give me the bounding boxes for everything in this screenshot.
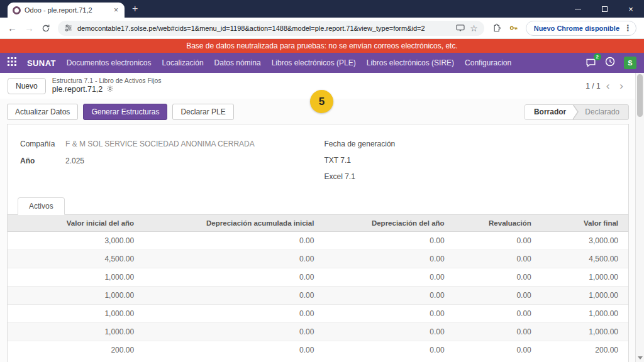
cell: 0.00 bbox=[324, 250, 454, 268]
tab-activos[interactable]: Activos bbox=[18, 197, 65, 215]
odoo-navbar: SUNAT Documentos electronicos Localizaci… bbox=[0, 53, 644, 73]
cell: 4,500.00 bbox=[8, 250, 144, 268]
password-key-icon[interactable] bbox=[509, 23, 518, 33]
pager-previous-icon[interactable]: ‹ bbox=[602, 80, 614, 91]
col-header-valor-final[interactable]: Valor final bbox=[541, 215, 628, 232]
cell: 0.00 bbox=[144, 268, 324, 287]
apps-grid-icon[interactable] bbox=[8, 57, 16, 69]
cell: 0.00 bbox=[144, 232, 324, 250]
breadcrumb-record-name: ple.report.71,2 bbox=[52, 85, 103, 95]
company-label: Compañía bbox=[20, 140, 65, 148]
cell: 1,000.00 bbox=[8, 305, 144, 323]
declarar-ple-button[interactable]: Declarar PLE bbox=[172, 104, 233, 120]
cell: 0.00 bbox=[324, 341, 454, 359]
scrollbar-down-arrow-icon[interactable] bbox=[636, 356, 644, 359]
cell: 3,000.00 bbox=[8, 232, 144, 250]
table-row[interactable]: 3,000.00 0.00 0.00 0.00 3,000.00 bbox=[8, 232, 628, 250]
cell: 0.00 bbox=[324, 232, 454, 250]
tab-title: Odoo - ple.report.71,2 bbox=[25, 6, 109, 14]
breadcrumb-parent-link[interactable]: Estructura 7.1 - Libro de Activos Fijos bbox=[52, 77, 162, 85]
nav-item-localizacion[interactable]: Localización bbox=[162, 58, 204, 67]
year-field[interactable]: 2.025 bbox=[65, 156, 84, 165]
table-row[interactable]: 1,000.00 0.00 0.00 0.00 1,000.00 bbox=[8, 323, 628, 341]
window-minimize-button[interactable] bbox=[565, 0, 591, 18]
chrome-update-button[interactable]: Nuevo Chrome disponible ⋮ bbox=[526, 21, 636, 36]
banner-text: Base de datos neutralizada para pruebas:… bbox=[186, 41, 458, 50]
bookmark-star-icon[interactable]: ☆ bbox=[470, 24, 478, 33]
odoo-favicon-icon bbox=[13, 6, 21, 14]
col-header-valor-inicial[interactable]: Valor inicial del año bbox=[8, 215, 144, 232]
cell: 0.00 bbox=[324, 287, 454, 305]
extensions-puzzle-icon[interactable] bbox=[492, 23, 501, 33]
step-annotation: 5 bbox=[310, 90, 333, 113]
actualizar-datos-button[interactable]: Actualizar Datos bbox=[7, 104, 78, 120]
table-row[interactable]: 200.00 0.00 0.00 0.00 200.00 bbox=[8, 341, 628, 359]
cell: 0.00 bbox=[324, 268, 454, 287]
nav-item-libros-ple[interactable]: Libros electrónicos (PLE) bbox=[272, 58, 356, 67]
nav-item-documentos-electronicos[interactable]: Documentos electronicos bbox=[67, 58, 152, 67]
app-brand[interactable]: SUNAT bbox=[27, 58, 56, 68]
nav-item-configuracion[interactable]: Configuracion bbox=[465, 58, 511, 67]
table-row[interactable]: 1,000.00 0.00 0.00 0.00 1,000.00 bbox=[8, 268, 628, 287]
col-header-dep-ano[interactable]: Depreciación del año bbox=[324, 215, 454, 232]
col-header-revaluacion[interactable]: Revaluación bbox=[455, 215, 541, 232]
user-avatar[interactable]: S bbox=[624, 57, 636, 69]
browser-menu-icon[interactable]: ⋮ bbox=[624, 23, 632, 33]
company-field[interactable]: F & M SOL SERVICE SOCIEDAD ANONIMA CERRA… bbox=[65, 140, 255, 148]
nav-item-datos-nomina[interactable]: Datos nómina bbox=[214, 58, 261, 67]
cell: 0.00 bbox=[144, 341, 324, 359]
main-content: Nuevo Estructura 7.1 - Libro de Activos … bbox=[0, 73, 635, 362]
cell: 1,000.00 bbox=[8, 268, 144, 287]
cell: 0.00 bbox=[144, 323, 324, 341]
vertical-scrollbar[interactable] bbox=[635, 73, 644, 362]
cell: 0.00 bbox=[455, 232, 541, 250]
pager-next-icon[interactable]: › bbox=[615, 80, 628, 91]
cell: 4,500.00 bbox=[541, 250, 628, 268]
table-row[interactable]: 1,000.00 0.00 0.00 0.00 1,000.00 bbox=[8, 287, 628, 305]
table-row[interactable]: 4,500.00 0.00 0.00 0.00 4,500.00 bbox=[8, 250, 628, 268]
url-text[interactable]: democontable17.solse.pe/web#cids=1&menu_… bbox=[77, 25, 451, 32]
year-label: Año bbox=[20, 156, 65, 165]
cast-icon[interactable] bbox=[456, 25, 465, 32]
assets-table: Valor inicial del año Depreciación acumu… bbox=[8, 215, 628, 359]
col-header-dep-acumulada[interactable]: Depreciación acumulada inicial bbox=[144, 215, 324, 232]
pager-value[interactable]: 1 / 1 bbox=[586, 82, 600, 90]
window-restore-button[interactable] bbox=[591, 0, 618, 18]
new-record-button[interactable]: Nuevo bbox=[8, 78, 46, 94]
generation-date-label: Fecha de generación bbox=[325, 140, 396, 148]
actions-gear-icon[interactable] bbox=[106, 85, 114, 96]
cell: 1,000.00 bbox=[541, 268, 628, 287]
table-row[interactable]: 1,000.00 0.00 0.00 0.00 1,000.00 bbox=[8, 305, 628, 323]
neutralized-db-banner: Base de datos neutralizada para pruebas:… bbox=[0, 39, 644, 53]
scrollbar-thumb[interactable] bbox=[637, 74, 643, 117]
activities-clock-icon[interactable] bbox=[605, 57, 615, 69]
url-bar[interactable]: democontable17.solse.pe/web#cids=1&menu_… bbox=[58, 21, 484, 36]
window-close-button[interactable]: × bbox=[618, 0, 644, 18]
cell: 0.00 bbox=[144, 305, 324, 323]
form-sheet: Compañía F & M SOL SERVICE SOCIEDAD ANON… bbox=[7, 124, 629, 362]
cell: 200.00 bbox=[8, 341, 144, 359]
status-stage-borrador[interactable]: Borrador bbox=[525, 105, 572, 119]
new-tab-button[interactable]: + bbox=[132, 4, 138, 14]
back-icon[interactable]: ← bbox=[8, 23, 17, 33]
cell: 0.00 bbox=[455, 305, 541, 323]
cell: 1,000.00 bbox=[541, 287, 628, 305]
status-stage-declarado[interactable]: Declarado bbox=[572, 105, 628, 119]
cell: 0.00 bbox=[455, 323, 541, 341]
form-left-group: Compañía F & M SOL SERVICE SOCIEDAD ANON… bbox=[20, 138, 312, 182]
record-pager: 1 / 1 ‹ › bbox=[586, 80, 628, 91]
tab-close-icon[interactable]: × bbox=[113, 6, 119, 14]
cell: 0.00 bbox=[455, 268, 541, 287]
reload-icon[interactable] bbox=[42, 24, 50, 33]
form-right-group: Fecha de generación TXT 7.1 Excel 7.1 bbox=[325, 138, 616, 182]
nav-item-libros-sire[interactable]: Libros electrónicos (SIRE) bbox=[367, 58, 454, 67]
forward-icon[interactable]: → bbox=[25, 23, 34, 33]
messages-button[interactable]: 2 bbox=[586, 58, 596, 68]
browser-tab[interactable]: Odoo - ple.report.71,2 × bbox=[8, 3, 125, 18]
cell: 0.00 bbox=[144, 287, 324, 305]
navbar-systray: 2 S bbox=[586, 57, 636, 69]
cell: 0.00 bbox=[455, 287, 541, 305]
generar-estructuras-button[interactable]: Generar Estructuras bbox=[83, 104, 167, 120]
site-settings-icon[interactable] bbox=[64, 24, 72, 32]
cell: 1,000.00 bbox=[8, 323, 144, 341]
